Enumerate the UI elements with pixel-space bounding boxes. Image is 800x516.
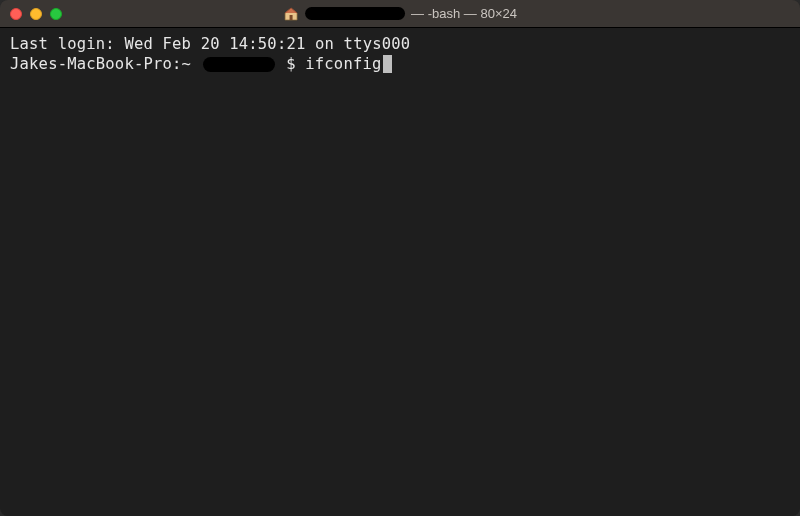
last-login-line: Last login: Wed Feb 20 14:50:21 on ttys0… — [10, 34, 790, 54]
window-title: — -bash — 80×24 — [283, 6, 517, 22]
svg-rect-0 — [290, 15, 293, 20]
home-folder-icon — [283, 6, 299, 22]
terminal-window: — -bash — 80×24 Last login: Wed Feb 20 1… — [0, 0, 800, 516]
zoom-icon[interactable] — [50, 8, 62, 20]
prompt-hostname: Jakes-MacBook-Pro:~ — [10, 54, 201, 74]
title-suffix: — -bash — 80×24 — [411, 6, 517, 21]
minimize-icon[interactable] — [30, 8, 42, 20]
terminal-body[interactable]: Last login: Wed Feb 20 14:50:21 on ttys0… — [0, 28, 800, 516]
titlebar[interactable]: — -bash — 80×24 — [0, 0, 800, 28]
close-icon[interactable] — [10, 8, 22, 20]
cursor-icon — [383, 55, 392, 73]
redacted-title-segment — [305, 7, 405, 20]
prompt-line: Jakes-MacBook-Pro:~ $ ifconfig — [10, 54, 790, 74]
redacted-username — [203, 57, 275, 72]
prompt-symbol: $ — [277, 54, 306, 74]
command-text: ifconfig — [305, 54, 381, 74]
traffic-lights — [10, 8, 62, 20]
